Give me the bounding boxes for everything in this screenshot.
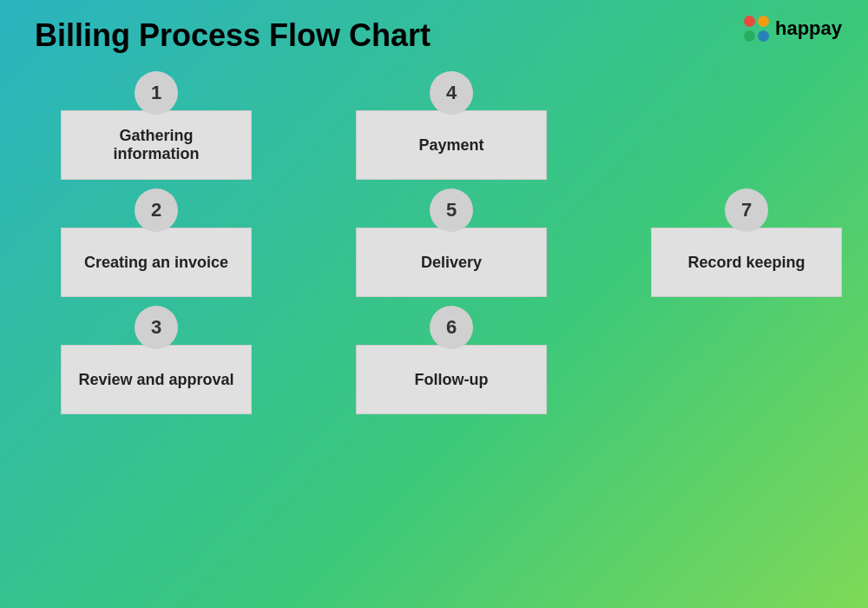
logo-text: happay [775, 17, 842, 40]
box-6: Follow-up [356, 345, 547, 414]
logo-dots [744, 16, 770, 42]
flow-item-6: 6 Follow-up [347, 306, 556, 414]
flow-item-1: 1 Gathering information [52, 71, 260, 180]
dot-green [744, 30, 755, 42]
circle-7: 7 [725, 188, 768, 232]
circle-5: 5 [430, 188, 473, 232]
box-5: Delivery [356, 228, 547, 297]
logo: happay [744, 16, 842, 42]
circle-4: 4 [430, 71, 473, 115]
box-1: Gathering information [61, 110, 252, 180]
dot-yellow [758, 16, 769, 27]
circle-1: 1 [135, 71, 178, 115]
app-container: Billing Process Flow Chart happay 1 Gath… [0, 0, 868, 608]
flow-item-5: 5 Delivery [347, 188, 556, 297]
circle-3: 3 [135, 306, 178, 349]
empty-cell-1 [642, 71, 851, 180]
flowchart: 1 Gathering information 4 Payment 2 Crea… [52, 71, 833, 414]
empty-cell-2 [642, 306, 851, 414]
dot-blue [758, 30, 769, 42]
box-7: Record keeping [651, 228, 842, 297]
flow-item-2: 2 Creating an invoice [52, 188, 260, 297]
circle-6: 6 [430, 306, 473, 349]
box-3: Review and approval [61, 345, 252, 414]
dot-red [744, 16, 755, 27]
box-4: Payment [356, 110, 547, 180]
flow-item-3: 3 Review and approval [52, 306, 260, 414]
flow-item-4: 4 Payment [347, 71, 556, 180]
circle-2: 2 [135, 188, 178, 232]
flow-item-7: 7 Record keeping [642, 188, 851, 297]
page-title: Billing Process Flow Chart [35, 17, 833, 54]
box-2: Creating an invoice [61, 228, 252, 297]
